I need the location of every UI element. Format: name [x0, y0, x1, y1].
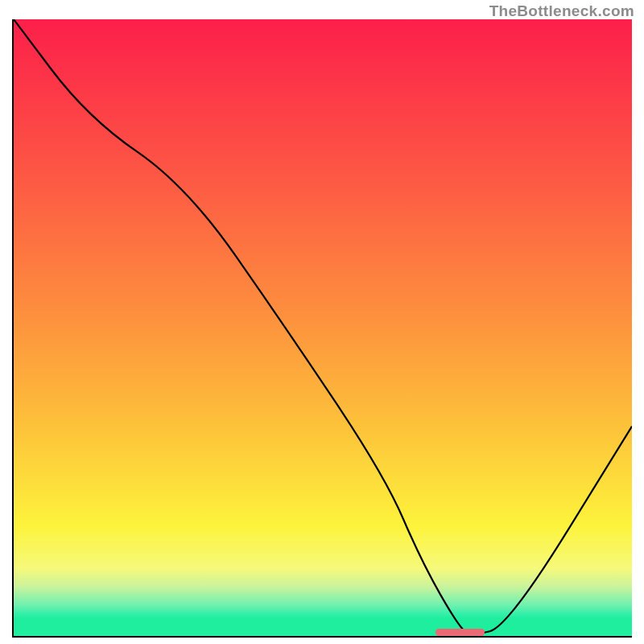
bottleneck-curve-path — [14, 19, 632, 634]
chart-canvas: TheBottleneck.com — [0, 0, 644, 644]
bottleneck-curve-svg — [14, 19, 632, 636]
watermark-text: TheBottleneck.com — [489, 2, 634, 20]
plot-frame — [12, 19, 632, 638]
optimal-range-bar — [436, 629, 485, 636]
